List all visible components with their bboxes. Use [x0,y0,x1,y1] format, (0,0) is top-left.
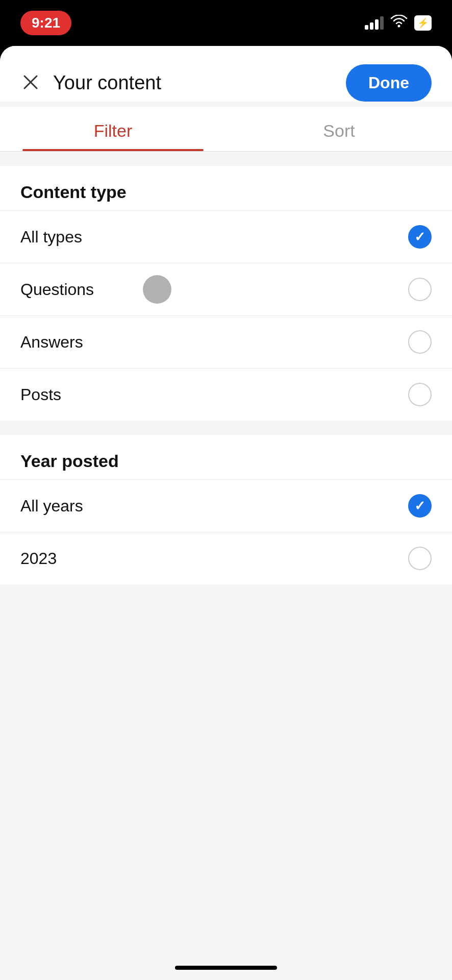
list-item[interactable]: All years [0,479,452,532]
list-item[interactable]: 2023 [0,532,452,584]
status-bar: 9:21 ⚡ [0,0,452,46]
touch-indicator [143,275,171,304]
radio-answers[interactable] [408,330,432,354]
tab-filter[interactable]: Filter [0,107,226,151]
list-item[interactable]: Answers [0,315,452,368]
status-time: 9:21 [20,11,71,35]
radio-all-types[interactable] [408,225,432,249]
svg-point-0 [398,24,400,27]
home-indicator [175,966,277,970]
list-item[interactable]: All types [0,210,452,263]
close-button[interactable] [20,72,41,94]
main-container: Your content Done Filter Sort Content ty… [0,46,452,980]
signal-icon [365,16,384,30]
list-item[interactable]: Questions [0,263,452,315]
close-icon [22,74,39,90]
radio-all-years[interactable] [408,494,432,518]
year-posted-section: Year posted All years 2023 [0,435,452,584]
status-icons: ⚡ [365,15,432,32]
done-button[interactable]: Done [346,64,432,102]
list-item[interactable]: Posts [0,368,452,421]
page-title: Your content [53,72,161,94]
battery-icon: ⚡ [414,15,432,31]
content-area: Content type All types Questions Answers [0,166,452,584]
year-posted-header: Year posted [0,435,452,479]
header-left: Your content [20,72,161,94]
content-type-items: All types Questions Answers Pos [0,210,452,421]
radio-posts[interactable] [408,383,432,406]
content-type-header: Content type [0,166,452,210]
radio-questions[interactable] [408,278,432,301]
wifi-icon [390,15,408,32]
header: Your content Done [0,46,452,102]
radio-2023[interactable] [408,547,432,570]
tab-sort[interactable]: Sort [226,107,452,151]
tabs-container: Filter Sort [0,107,452,152]
content-type-section: Content type All types Questions Answers [0,166,452,421]
